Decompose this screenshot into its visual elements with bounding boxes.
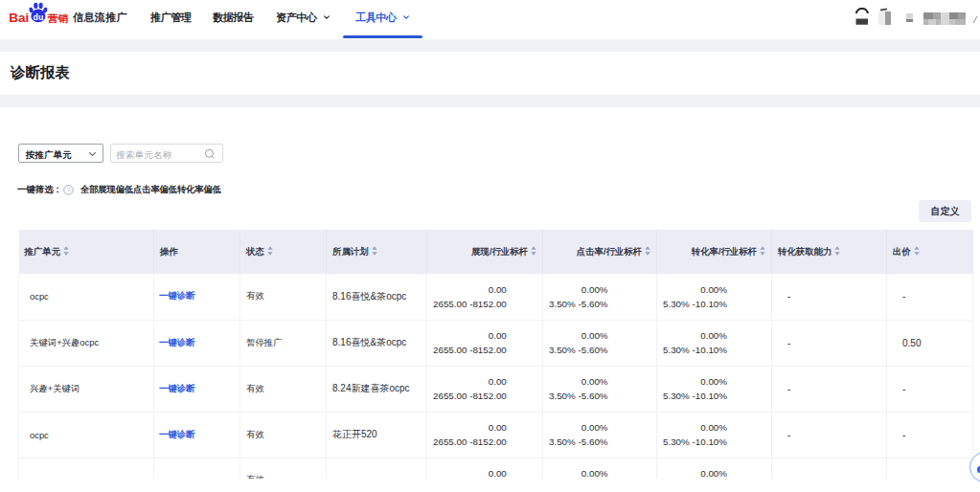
- svg-text:营销: 营销: [47, 12, 69, 24]
- svg-text:du: du: [34, 12, 44, 22]
- svg-text:?: ?: [67, 186, 71, 192]
- svg-text:Bai: Bai: [9, 11, 29, 25]
